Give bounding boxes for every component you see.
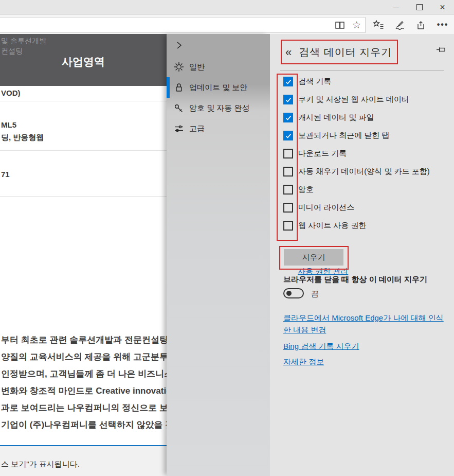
panel-title: 검색 데이터 지우기 (299, 45, 392, 59)
more-icon[interactable]: ••• (437, 20, 449, 29)
sliders-icon (174, 124, 184, 134)
checkbox-row[interactable]: 웹 사이트 사용 권한 (283, 217, 448, 235)
toggle-state-label: 끔 (311, 289, 319, 299)
chevron-right-icon[interactable] (175, 41, 183, 50)
checkbox-row[interactable]: 자동 채우기 데이터(양식 및 카드 포함) (283, 163, 448, 181)
panel-links: 클라우드에서 Microsoft Edge가 나에 대해 인식한 내용 변경Bi… (283, 312, 447, 371)
checkbox-checked-icon[interactable] (283, 131, 293, 140)
learn-more-link[interactable]: 자세한 정보 (283, 356, 447, 367)
checkbox-row[interactable]: 보관되거나 최근에 닫힌 탭 (283, 127, 448, 145)
background-webpage: 및 솔루션개발 컨설팅 사업영역 VOD) ML5 딩, 반응형웹 71 부터 … (0, 34, 167, 476)
close-button[interactable]: × (431, 0, 454, 14)
checkbox-unchecked-icon[interactable] (283, 221, 293, 231)
checkbox-checked-icon[interactable] (283, 77, 293, 86)
window-titlebar: ─ × (0, 0, 454, 14)
checkbox-row[interactable]: 암호 (283, 181, 448, 199)
address-bar[interactable]: ☆ (0, 17, 366, 33)
key-icon (174, 103, 184, 113)
checkbox-label: 보관되거나 최근에 닫힌 탭 (298, 131, 390, 140)
clear-data-checkbox-list: 검색 기록쿠키 및 저장된 웹 사이트 데이터캐시된 데이터 및 파일보관되거나… (283, 73, 448, 235)
checkbox-unchecked-icon[interactable] (283, 203, 293, 213)
hub-icon[interactable] (373, 20, 384, 29)
page-row-71: 71 (1, 170, 10, 179)
cloud-info-link[interactable]: 클라우드에서 Microsoft Edge가 나에 대해 인식한 내용 변경 (283, 312, 447, 336)
checkbox-row[interactable]: 쿠키 및 저장된 웹 사이트 데이터 (283, 91, 448, 109)
page-paragraph-line: 인정받으며, 고객님들께 좀 더 나은 비즈니스 환경 (1, 365, 167, 382)
checkbox-unchecked-icon[interactable] (283, 149, 293, 158)
checkbox-label: 미디어 라이선스 (298, 203, 354, 213)
checkbox-label: 웹 사이트 사용 권한 (298, 221, 367, 231)
page-banner-title: 사업영역 (0, 55, 167, 69)
browser-toolbar: ☆ ••• (0, 14, 454, 34)
page-footer: 스 보기"가 표시됩니다. (0, 446, 167, 476)
reading-view-icon[interactable] (335, 21, 345, 29)
page-footer-text: 스 보기"가 표시됩니다. (1, 460, 80, 469)
bing-history-link[interactable]: Bing 검색 기록 지우기 (283, 340, 447, 352)
checkbox-label: 암호 (298, 185, 314, 195)
minimize-button[interactable]: ─ (385, 0, 408, 14)
share-icon[interactable] (416, 20, 426, 30)
page-divider (0, 196, 167, 197)
clear-browsing-data-panel: « 검색 데이터 지우기 검색 기록쿠키 및 저장된 웹 사이트 데이터캐시된 … (270, 34, 454, 476)
page-paragraph-line: 부터 최초로 관련 솔루션개발과 전문컨설팅을 시작 (1, 331, 167, 348)
page-row-ml5: ML5 (1, 120, 16, 129)
page-paragraph-line: 과로 보여드리는 나우컴퍼니의 정신으로 보답하겠 (1, 399, 167, 416)
always-clear-toggle[interactable] (283, 288, 304, 298)
sidebar-item-label: 일반 (189, 62, 205, 72)
checkbox-label: 자동 채우기 데이터(양식 및 카드 포함) (298, 167, 430, 177)
sidebar-item-label: 암호 및 자동 완성 (189, 103, 250, 113)
checkbox-row[interactable]: 캐시된 데이터 및 파일 (283, 109, 448, 127)
checkbox-row[interactable]: 검색 기록 (283, 73, 448, 91)
page-divider (0, 150, 167, 151)
page-paragraphs: 부터 최초로 관련 솔루션개발과 전문컨설팅을 시작양질의 교육서비스의 제공을… (1, 331, 167, 433)
back-icon[interactable]: « (285, 47, 292, 58)
page-paragraph-line: 양질의 교육서비스의 제공을 위해 고군분투해 왔 (1, 348, 167, 365)
sidebar-item-passwords-autofill[interactable]: 암호 및 자동 완성 (167, 98, 270, 118)
annotate-pen-icon[interactable] (395, 20, 405, 30)
checkbox-label: 쿠키 및 저장된 웹 사이트 데이터 (298, 95, 409, 104)
lock-icon (174, 82, 184, 93)
sidebar-item-general[interactable]: 일반 (167, 57, 270, 77)
checkbox-row[interactable]: 다운로드 기록 (283, 145, 448, 163)
panel-divider (280, 70, 444, 70)
toggle-knob (286, 291, 292, 296)
checkbox-label: 검색 기록 (298, 77, 331, 86)
page-row-responsive: 딩, 반응형웹 (1, 133, 44, 143)
banner-cut-text-1: 및 솔루션개발 (1, 37, 46, 46)
clear-button[interactable]: 지우기 (284, 249, 343, 266)
checkbox-row[interactable]: 미디어 라이선스 (283, 199, 448, 217)
checkbox-label: 다운로드 기록 (298, 149, 347, 158)
sidebar-item-label: 업데이트 및 보안 (189, 83, 247, 93)
maximize-icon (416, 4, 423, 10)
favorite-star-icon[interactable]: ☆ (352, 20, 361, 30)
page-banner: 및 솔루션개발 컨설팅 사업영역 (0, 34, 167, 86)
checkbox-checked-icon[interactable] (283, 113, 293, 122)
checkbox-unchecked-icon[interactable] (283, 185, 293, 195)
selected-accent-bar (167, 77, 170, 98)
always-clear-label: 브라우저를 닫을 때 항상 이 데이터 지우기 (283, 275, 427, 285)
page-row-vod: VOD) (1, 89, 21, 97)
page-paragraph-line: 기업이 (주)나우컴퍼니를 선택하지 않았을 것입니 (1, 416, 167, 433)
gear-icon (174, 62, 184, 72)
sidebar-item-update-security[interactable]: 업데이트 및 보안 (167, 77, 270, 98)
checkbox-unchecked-icon[interactable] (283, 167, 293, 177)
maximize-button[interactable] (408, 0, 431, 14)
pin-icon[interactable] (437, 46, 446, 53)
settings-menu: 일반업데이트 및 보안암호 및 자동 완성고급 (167, 34, 270, 476)
checkbox-checked-icon[interactable] (283, 95, 293, 104)
sidebar-item-label: 고급 (189, 124, 205, 134)
page-divider (0, 101, 167, 101)
page-paragraph-line: 변화와 창조적 마인드로 Creative innovation을 (1, 382, 167, 399)
checkbox-label: 캐시된 데이터 및 파일 (298, 113, 374, 122)
sidebar-item-advanced[interactable]: 고급 (167, 118, 270, 139)
